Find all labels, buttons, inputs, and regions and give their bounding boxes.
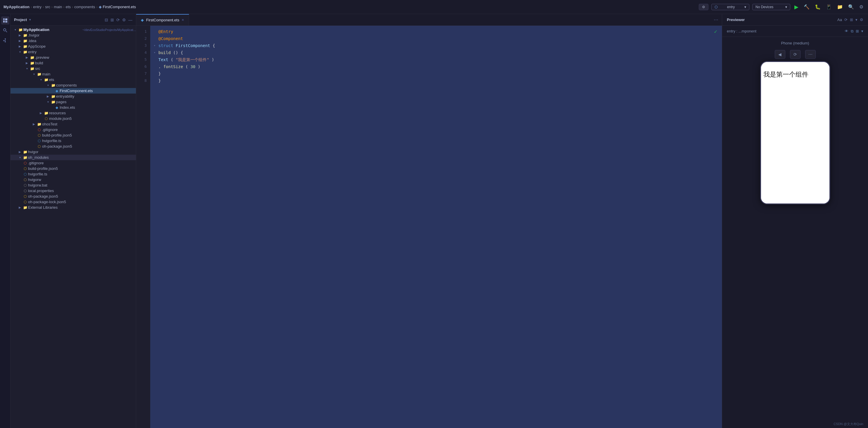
devices-btn[interactable]: 📱 xyxy=(825,3,833,11)
tree-hvigorw[interactable]: ⬡ hvigorw xyxy=(10,177,136,182)
preview-grid-icon[interactable]: ⊞ xyxy=(856,29,859,33)
pages-label: pages xyxy=(56,100,136,104)
tree-hvigor2[interactable]: ▶ 📁 hvigor xyxy=(10,149,136,155)
sidebar-close-icon[interactable]: — xyxy=(128,18,132,22)
expand-all-icon[interactable]: ⊞ xyxy=(111,18,114,22)
preview-dropdown-icon[interactable]: ▾ xyxy=(856,18,858,22)
search-btn[interactable]: 🔍 xyxy=(847,3,855,11)
no-devices-btn[interactable]: No Devices ▾ xyxy=(752,4,790,10)
activity-explorer[interactable] xyxy=(1,17,9,25)
tree-indexets[interactable]: ◆ Index.ets xyxy=(10,105,136,110)
tree-pages[interactable]: ▾ 📁 pages xyxy=(10,99,136,105)
breadcrumb-entry[interactable]: entry xyxy=(33,5,41,9)
preview-layers-icon[interactable]: ⧉ xyxy=(851,29,854,34)
tree-main[interactable]: ▾ 📁 main xyxy=(10,71,136,77)
breadcrumb-components[interactable]: components xyxy=(74,5,95,9)
preview-settings-icon[interactable]: ⚙ xyxy=(860,18,863,22)
fold-3[interactable]: ▾ xyxy=(154,42,158,49)
tree-ohpackage1[interactable]: ⬡ oh-package.json5 xyxy=(10,144,136,149)
ohostest-arrow: ▶ xyxy=(32,122,36,126)
tree-hvigor[interactable]: ▶ 📁 .hvigor xyxy=(10,32,136,38)
tree-src[interactable]: ▾ 📁 src xyxy=(10,66,136,71)
collapse-all-icon[interactable]: ⊟ xyxy=(105,18,108,22)
hvigorfile1-label: hvigorfile.ts xyxy=(42,139,136,143)
rotate-btn[interactable]: ⟳ xyxy=(790,50,801,59)
tree-ohostest[interactable]: ▶ 📁 ohosTest xyxy=(10,121,136,127)
project-label: Project xyxy=(14,18,27,22)
tree-firstcomponent[interactable]: ◆ FirstComponent.ets xyxy=(10,88,136,94)
project-dropdown-icon[interactable]: ▾ xyxy=(29,18,31,22)
code-area[interactable]: ✓ @Entry @Component ▾ struct FirstCompon xyxy=(150,26,722,428)
code-line-6: . fontSize ( 30 ) xyxy=(153,63,722,70)
tree-components[interactable]: ▾ 📁 components xyxy=(10,83,136,88)
code-line-1: @Entry xyxy=(153,28,722,35)
tree-ohpackage-root[interactable]: ⬡ oh-package.json5 xyxy=(10,193,136,199)
hvigor-arrow: ▶ xyxy=(18,34,22,37)
previewer-icons: Aa ⟳ ⊞ ▾ ⚙ xyxy=(837,18,863,22)
preview-more-icon[interactable]: ▾ xyxy=(861,29,863,33)
preview-refresh-icon[interactable]: ⟳ xyxy=(844,18,847,22)
tree-preview[interactable]: ▶ 📁 .preview xyxy=(10,55,136,60)
topbar-settings-btn[interactable]: ⚙ xyxy=(858,3,865,11)
tree-gitignore-root[interactable]: ⬡ .gitignore xyxy=(10,160,136,166)
tree-localprops[interactable]: ⬡ local.properties xyxy=(10,188,136,193)
main-arrow: ▾ xyxy=(32,72,36,76)
sidebar-tree: ▾ 📁 MyApplication ~/devEcoStudioProjects… xyxy=(10,26,136,428)
main-folder-icon: 📁 xyxy=(36,72,42,76)
debug-btn[interactable]: 🐛 xyxy=(814,3,822,11)
breadcrumb-src[interactable]: src xyxy=(45,5,50,9)
breadcrumb-main[interactable]: main xyxy=(54,5,62,9)
entry-btn[interactable]: ⬡ entry ▾ xyxy=(711,4,749,10)
components-label: components xyxy=(56,83,136,87)
activity-search[interactable] xyxy=(1,26,9,34)
hvigorw-icon: ⬡ xyxy=(22,178,28,182)
tree-hvigorwbat[interactable]: ⬡ hvigorw.bat xyxy=(10,182,136,188)
more-btn[interactable]: ⋯ xyxy=(805,50,816,59)
no-devices-label: No Devices xyxy=(755,5,773,9)
preview-aa-icon[interactable]: Aa xyxy=(837,18,842,22)
tree-appscope[interactable]: ▶ 📁 AppScope xyxy=(10,43,136,49)
tree-entryability[interactable]: ▶ 📁 entryability xyxy=(10,94,136,99)
tree-ohmodules[interactable]: ▾ 📁 oh_modules xyxy=(10,155,136,160)
svg-point-7 xyxy=(5,41,6,42)
settings-btn[interactable]: ⚙ xyxy=(699,4,708,10)
tree-gitignore1[interactable]: ⬡ .gitignore xyxy=(10,127,136,132)
hvigorfile-root-icon: ⬡ xyxy=(22,172,28,176)
tab-more-btn[interactable]: ⋯ xyxy=(710,17,722,23)
entry-label: entry xyxy=(727,5,735,9)
tree-extlibs[interactable]: ▶ 📁 External Libraries xyxy=(10,205,136,210)
tree-hvigorfile1[interactable]: ⬡ hvigorfile.ts xyxy=(10,138,136,144)
tree-resources[interactable]: ▶ 📁 resources xyxy=(10,110,136,116)
run-button[interactable]: ▶ xyxy=(793,3,800,11)
breadcrumb-ets[interactable]: ets xyxy=(66,5,71,9)
preview-eye-icon[interactable]: 👁 xyxy=(845,29,848,33)
code-text-5: Text ( "我是第一个组件" ) xyxy=(158,56,722,63)
tree-hvigorfile-root[interactable]: ⬡ hvigorfile.ts xyxy=(10,171,136,177)
build-btn[interactable]: 🔨 xyxy=(803,3,811,11)
sync-icon[interactable]: ⟳ xyxy=(116,18,120,22)
tree-buildprofile1[interactable]: ⬡ build-profile.json5 xyxy=(10,132,136,138)
gitignore1-label: .gitignore xyxy=(42,127,136,132)
hvigor2-label: hvigor xyxy=(28,150,136,154)
idea-arrow: ▶ xyxy=(18,39,22,42)
tree-build[interactable]: ▶ 📁 build xyxy=(10,60,136,66)
phone-content: 我是第一个组件 xyxy=(761,62,830,81)
extlibs-folder-icon: 📁 xyxy=(22,206,28,210)
activity-git[interactable] xyxy=(1,36,9,44)
prev-btn[interactable]: ◀ xyxy=(775,50,785,59)
tree-entry[interactable]: ▾ 📁 entry xyxy=(10,49,136,55)
tab-close-icon[interactable]: ✕ xyxy=(182,18,184,22)
preview-layout-icon[interactable]: ⊞ xyxy=(850,18,853,22)
breadcrumb-app[interactable]: MyApplication xyxy=(3,5,30,9)
entry-folder-icon: 📁 xyxy=(22,50,28,54)
tree-modulejson[interactable]: ⬡ module.json5 xyxy=(10,116,136,121)
tree-ohpackagelock[interactable]: ⬡ oh-package-lock.json5 xyxy=(10,199,136,205)
tree-root[interactable]: ▾ 📁 MyApplication ~/devEcoStudioProjects… xyxy=(10,27,136,32)
tree-buildprofile-root[interactable]: ⬡ build-profile.json5 xyxy=(10,166,136,171)
tab-firstcomponent[interactable]: ◆ FirstComponent.ets ✕ xyxy=(136,14,189,25)
tree-idea[interactable]: ▶ 📁 .idea xyxy=(10,38,136,43)
file-btn[interactable]: 📁 xyxy=(836,3,844,11)
sidebar-settings-icon[interactable]: ⚙ xyxy=(122,18,126,22)
fold-4[interactable]: ▾ xyxy=(154,49,158,56)
tree-ets[interactable]: ▾ 📁 ets xyxy=(10,77,136,83)
